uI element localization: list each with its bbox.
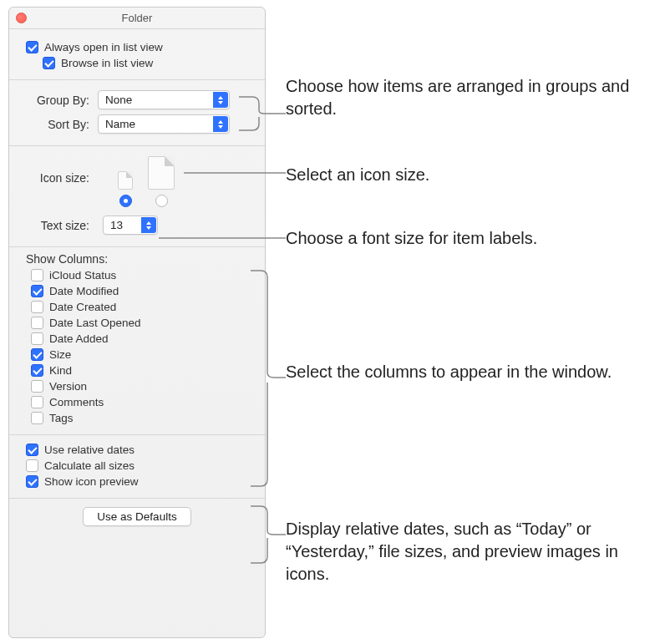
column-row: Date Added <box>31 332 253 345</box>
column-row: Date Modified <box>31 285 253 297</box>
column-checkbox[interactable] <box>31 332 43 345</box>
icon-preview-label: Show icon preview <box>44 475 139 488</box>
column-label: Kind <box>49 364 72 377</box>
sort-by-label: Sort By: <box>26 118 98 131</box>
callout-columns: Select the columns to appear in the wind… <box>286 361 645 383</box>
callout-misc: Display relative dates, such as “Today” … <box>286 518 645 586</box>
callout-icon-size: Select an icon size. <box>286 164 645 186</box>
window-title: Folder <box>9 12 265 24</box>
column-checkbox[interactable] <box>31 285 43 297</box>
group-by-label: Group By: <box>26 94 98 107</box>
column-label: Date Created <box>49 301 116 313</box>
column-row: Version <box>31 380 253 393</box>
column-row: Date Created <box>31 301 253 313</box>
column-label: Tags <box>49 412 74 424</box>
titlebar: Folder <box>9 8 265 29</box>
calculate-sizes-checkbox[interactable] <box>26 459 38 472</box>
column-checkbox[interactable] <box>31 380 43 393</box>
column-checkbox[interactable] <box>31 301 43 313</box>
icon-preview-checkbox[interactable] <box>26 475 38 488</box>
column-label: Date Modified <box>49 285 119 297</box>
misc-section: Use relative dates Calculate all sizes S… <box>9 434 265 498</box>
column-row: Date Last Opened <box>31 317 253 329</box>
group-by-value: None <box>105 94 132 106</box>
icon-size-large-option[interactable] <box>148 156 175 207</box>
column-label: Comments <box>49 396 104 408</box>
column-row: Comments <box>31 396 253 408</box>
updown-arrows-icon <box>213 116 228 132</box>
text-size-select[interactable]: 13 <box>103 216 158 235</box>
column-row: Kind <box>31 364 253 377</box>
column-label: Date Last Opened <box>49 317 141 329</box>
column-checkbox[interactable] <box>31 348 43 361</box>
column-checkbox[interactable] <box>31 412 43 424</box>
updown-arrows-icon <box>213 92 228 108</box>
column-label: Version <box>49 380 87 393</box>
icon-size-label: Icon size: <box>26 156 98 185</box>
relative-dates-label: Use relative dates <box>44 444 135 456</box>
browse-label: Browse in list view <box>61 57 153 69</box>
connector-line <box>184 169 286 177</box>
icon-size-small-radio[interactable] <box>119 195 132 207</box>
column-label: Date Added <box>49 332 109 345</box>
calculate-sizes-label: Calculate all sizes <box>44 459 135 472</box>
text-size-label: Text size: <box>26 219 98 232</box>
view-mode-section: Always open in list view Browse in list … <box>9 29 265 79</box>
file-icon <box>118 171 133 190</box>
column-checkbox[interactable] <box>31 269 43 281</box>
use-as-defaults-button[interactable]: Use as Defaults <box>83 507 190 526</box>
browse-checkbox[interactable] <box>43 57 55 69</box>
text-size-value: 13 <box>110 219 123 231</box>
always-open-checkbox[interactable] <box>26 41 38 53</box>
columns-section: Show Columns: iCloud StatusDate Modified… <box>9 246 265 434</box>
column-row: Tags <box>31 412 253 424</box>
column-row: Size <box>31 348 253 361</box>
columns-header: Show Columns: <box>26 252 253 266</box>
connector-line <box>251 501 286 568</box>
connector-line <box>251 266 286 491</box>
column-checkbox[interactable] <box>31 317 43 329</box>
relative-dates-checkbox[interactable] <box>26 444 38 456</box>
connector-line <box>239 90 286 139</box>
view-options-panel: Folder Always open in list view Browse i… <box>8 7 266 638</box>
sort-by-value: Name <box>105 118 135 130</box>
callout-text-size: Choose a font size for item labels. <box>286 227 645 250</box>
column-row: iCloud Status <box>31 269 253 281</box>
icon-size-small-option[interactable] <box>118 171 133 207</box>
column-checkbox[interactable] <box>31 364 43 377</box>
updown-arrows-icon <box>141 217 156 233</box>
group-by-select[interactable]: None <box>98 90 230 109</box>
appearance-section: Icon size: Text size: 13 <box>9 145 265 246</box>
bottom-bar: Use as Defaults <box>9 498 265 536</box>
sorting-section: Group By: None Sort By: Name <box>9 79 265 145</box>
file-icon <box>148 156 175 190</box>
always-open-label: Always open in list view <box>44 41 163 53</box>
column-label: Size <box>49 348 71 361</box>
sort-by-select[interactable]: Name <box>98 114 230 134</box>
icon-size-large-radio[interactable] <box>155 195 168 207</box>
callout-sorting: Choose how items are arranged in groups … <box>286 75 645 120</box>
connector-line <box>159 234 286 242</box>
column-checkbox[interactable] <box>31 396 43 408</box>
column-label: iCloud Status <box>49 269 116 281</box>
